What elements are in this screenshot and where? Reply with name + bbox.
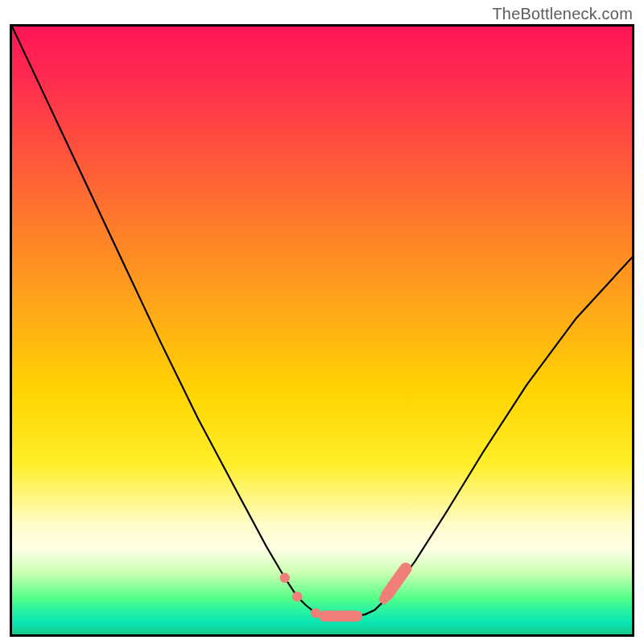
attribution-text: TheBottleneck.com — [492, 5, 633, 23]
chart-border-bottom — [10, 634, 634, 637]
chart-border-right — [632, 24, 634, 637]
marker-point-2 — [311, 608, 320, 617]
marker-point-0 — [280, 573, 290, 583]
marker-point-3 — [348, 612, 357, 621]
bottleneck-curve — [12, 27, 632, 617]
marker-point-5 — [398, 568, 407, 578]
bottleneck-chart — [12, 27, 632, 634]
marker-point-4 — [379, 594, 389, 604]
marker-point-1 — [292, 592, 302, 601]
